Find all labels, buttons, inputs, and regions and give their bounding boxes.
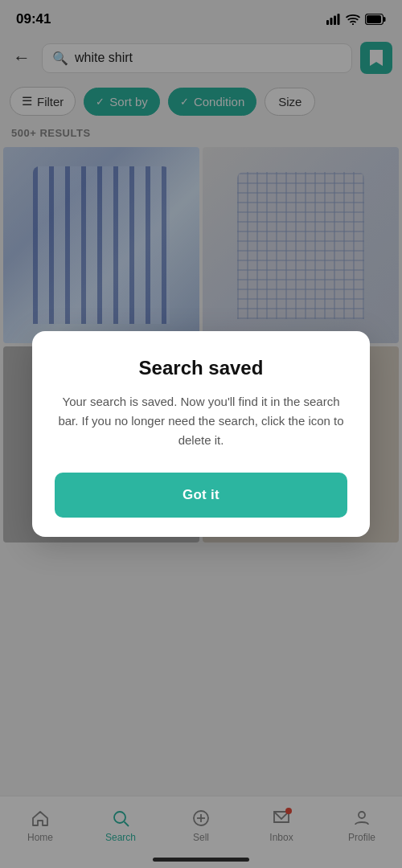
modal-overlay: Search saved Your search is saved. Now y… [0, 0, 402, 868]
search-saved-modal: Search saved Your search is saved. Now y… [32, 331, 370, 537]
modal-title: Search saved [55, 357, 347, 379]
got-it-button[interactable]: Got it [55, 473, 347, 518]
modal-body: Your search is saved. Now you'll find it… [55, 392, 347, 450]
